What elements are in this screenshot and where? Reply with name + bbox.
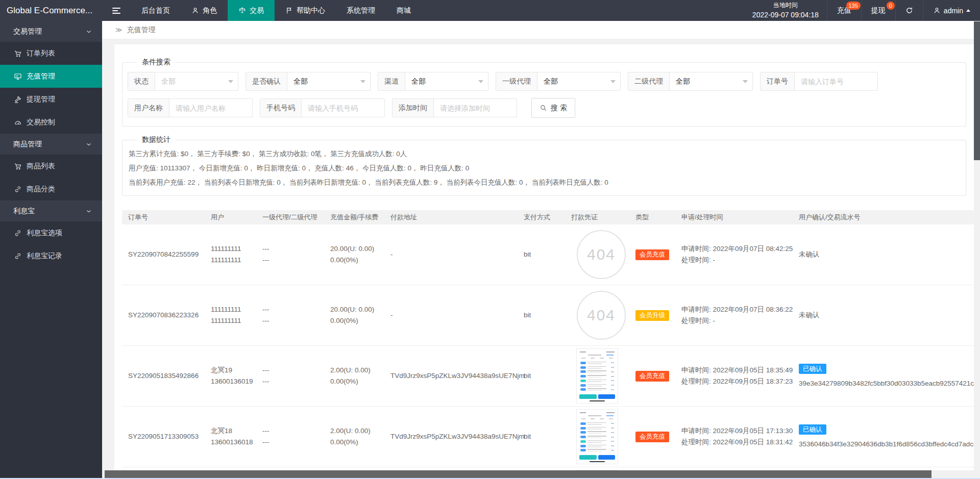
time-cell: 申请时间: 2022年09月07日 08:36:22处理时间: - <box>675 304 793 326</box>
voucher-image[interactable] <box>577 410 618 464</box>
confirm-cell: 已确认 3536046b34f3e32904636db3b1f6d856cd3b… <box>793 424 974 450</box>
type-badge: 会员充值 <box>635 249 669 260</box>
sidebar-item-withdraw-manage[interactable]: 提现管理 <box>0 88 102 111</box>
page-title: 充值管理 <box>127 26 156 35</box>
stats-line-current-list: 当前列表用户充值: 22， 当前列表今日新增充值: 0， 当前列表昨日新增充值:… <box>129 178 961 187</box>
user-cell: 111111111111111111 <box>205 243 256 266</box>
menu-toggle-button[interactable] <box>102 0 131 21</box>
nav-item-trade[interactable]: 交易 <box>228 0 275 21</box>
filter-row-2: 用户名称 手机号码 添加时间 搜 索 <box>128 98 961 118</box>
transaction-hash: 39e3e34279809b3482fc5bbf30d03033b5eacb92… <box>799 378 974 389</box>
table-header-row: 订单号 用户 一级代理/二级代理 充值金额/手续费 付款地址 支付方式 打款凭证… <box>122 210 974 224</box>
chevron-down-icon <box>86 29 92 35</box>
nav-item-help[interactable]: 帮助中心 <box>275 0 336 21</box>
monitor-icon <box>14 72 22 81</box>
sidebar-item-interest-options[interactable]: 利息宝选项 <box>0 221 102 244</box>
horizontal-scrollbar-thumb[interactable] <box>105 470 932 478</box>
confirm-select[interactable]: 全部 <box>287 72 370 90</box>
nav-item-mall[interactable]: 商城 <box>386 0 422 21</box>
voucher-image[interactable] <box>577 349 618 403</box>
content-card: 条件搜索 状态 全部 是否确认 全部 <box>114 44 974 470</box>
stats-line-thirdparty: 第三方累计充值: $0， 第三方手续费: $0， 第三方成功收款: 0笔， 第三… <box>129 149 961 159</box>
user-menu[interactable]: admin <box>923 0 980 21</box>
phone-filter: 手机号码 <box>260 98 385 117</box>
link-icon <box>14 229 22 237</box>
gauge-icon <box>14 118 22 127</box>
person-icon <box>191 7 199 14</box>
sidebar-item-order-list[interactable]: 订单列表 <box>0 42 102 65</box>
status-filter: 状态 全部 <box>128 72 238 91</box>
sidebar-item-goods-list[interactable]: 商品列表 <box>0 155 102 178</box>
agent1-filter: 一级代理 全部 <box>496 72 621 91</box>
agent-cell: ------ <box>256 243 324 266</box>
type-cell: 会员充值 <box>629 370 675 382</box>
search-button[interactable]: 搜 索 <box>531 98 575 118</box>
status-select[interactable]: 全部 <box>155 72 238 90</box>
nav-item-roles[interactable]: 角色 <box>181 0 228 21</box>
confirm-status-text: 未确认 <box>799 311 820 319</box>
dropdown-caret-icon <box>228 80 233 86</box>
agent-cell: ------ <box>256 365 324 387</box>
phone-input[interactable] <box>302 99 384 117</box>
stats-panel: 数据统计 第三方累计充值: $0， 第三方手续费: $0， 第三方成功收款: 0… <box>122 135 966 196</box>
confirm-filter: 是否确认 全部 <box>246 72 371 91</box>
addtime-filter: 添加时间 <box>392 98 517 117</box>
agent2-filter: 二级代理 全部 <box>628 72 753 91</box>
dropdown-caret-icon <box>360 80 365 86</box>
withdraw-notice-button[interactable]: 提现 0 <box>861 0 895 21</box>
amount-cell: 2.00(U: 0.00)0.00(0%) <box>324 425 384 448</box>
search-icon <box>540 104 547 112</box>
vertical-scrollbar <box>974 21 980 479</box>
type-cell: 会员升级 <box>629 310 675 321</box>
sidebar-item-interest-records[interactable]: 利息宝记录 <box>0 244 102 267</box>
channel-select[interactable]: 全部 <box>405 72 488 90</box>
agent1-select[interactable]: 全部 <box>537 72 620 90</box>
sidebar-group-goods[interactable]: 商品管理 <box>0 134 102 155</box>
app-logo[interactable]: Global E-Commerce... <box>0 0 102 21</box>
nav-item-home[interactable]: 后台首页 <box>131 0 181 21</box>
type-cell: 会员充值 <box>629 249 675 260</box>
type-badge: 会员充值 <box>635 432 669 442</box>
table-row: SY2209051835492866 北冥1913600136019 -----… <box>122 346 974 407</box>
order-no-input[interactable] <box>795 72 877 90</box>
sidebar-group-trade[interactable]: 交易管理 <box>0 21 102 42</box>
order-no-cell: SY2209070842255599 <box>122 249 205 260</box>
scales-icon <box>238 7 246 14</box>
sidebar-item-trade-control[interactable]: 交易控制 <box>0 111 102 134</box>
addtime-input[interactable] <box>434 99 517 117</box>
table-row: SY2209070836223326 111111111111111111 --… <box>122 285 974 346</box>
order-no-cell: SY2209051713309053 <box>122 431 205 442</box>
cart-icon <box>14 162 22 170</box>
agent-cell: ------ <box>256 425 324 448</box>
user-cell: 北冥1913600136019 <box>205 365 256 387</box>
recharge-notice-button[interactable]: 充值 135 <box>827 0 861 21</box>
breadcrumb: ≫ 充值管理 <box>102 21 974 39</box>
confirm-status-text: 未确认 <box>799 250 820 258</box>
username-input[interactable] <box>169 99 252 117</box>
sidebar-item-recharge-manage[interactable]: 充值管理 <box>0 65 102 88</box>
voucher-cell: 404 <box>565 230 629 279</box>
refresh-button[interactable] <box>895 0 923 21</box>
amount-cell: 20.00(U: 0.00)0.00(0%) <box>324 243 384 266</box>
confirm-cell: 未确认 <box>793 310 974 321</box>
dropdown-caret-icon <box>610 80 616 86</box>
vertical-scrollbar-thumb[interactable] <box>974 21 980 160</box>
agent2-select[interactable]: 全部 <box>670 72 752 90</box>
sidebar-item-goods-category[interactable]: 商品分类 <box>0 178 102 200</box>
user-cell: 111111111111111111 <box>205 304 256 326</box>
channel-filter: 渠道 全部 <box>378 72 488 91</box>
withdraw-count-badge: 0 <box>887 2 895 10</box>
pay-type-cell: bit <box>518 310 565 321</box>
chevron-down-icon <box>86 208 92 214</box>
breadcrumb-arrow-icon: ≫ <box>115 26 122 34</box>
order-no-cell: SY2209051835492866 <box>122 370 205 382</box>
hamburger-icon <box>112 8 120 14</box>
nav-item-system[interactable]: 系统管理 <box>336 0 386 21</box>
topbar-right: 当地时间 2022-09-07 09:04:18 充值 135 提现 0 a <box>744 0 980 21</box>
dropdown-caret-icon <box>743 80 748 86</box>
order-no-filter: 订单号 <box>760 72 878 91</box>
chevron-up-icon <box>966 7 970 12</box>
search-panel-legend: 条件搜索 <box>137 58 176 67</box>
sidebar-group-interest[interactable]: 利息宝 <box>0 200 102 221</box>
agent-cell: ------ <box>256 304 324 326</box>
